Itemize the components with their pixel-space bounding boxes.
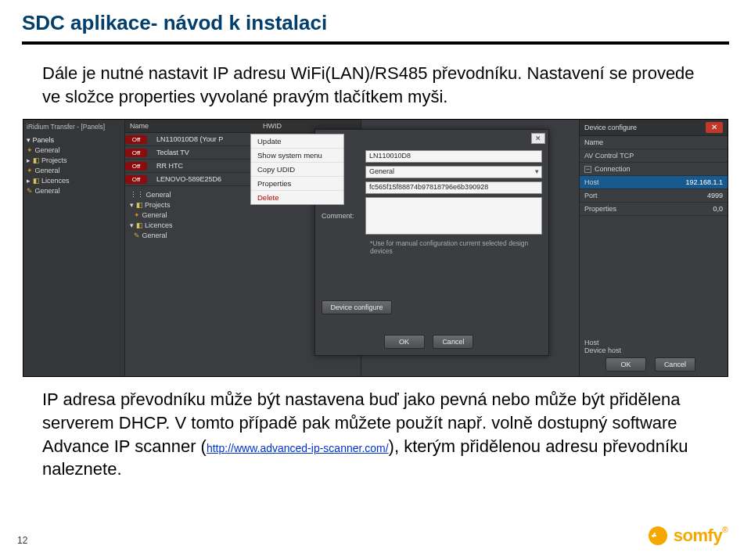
col-name: Name bbox=[125, 120, 258, 132]
connection-header: Connection bbox=[595, 165, 631, 173]
hwid-input[interactable]: fc565f15f88874b97818796e6b390928 bbox=[365, 181, 542, 194]
off-badge[interactable]: Off bbox=[125, 149, 147, 157]
ctx-copy-udid[interactable]: Copy UDID bbox=[251, 163, 343, 177]
brand-sun-icon bbox=[649, 526, 667, 545]
tree-item[interactable]: Licences bbox=[41, 177, 70, 185]
device-configure-panel: Device configure ✕ Name AV Control TCP −… bbox=[579, 120, 728, 376]
device-configure-note: *Use for manual configuration current se… bbox=[370, 239, 542, 255]
iridium-tree: ▾ Panels ✦ General ▸ ◧ Projects ✦ Genera… bbox=[27, 135, 121, 196]
title-divider bbox=[22, 41, 729, 45]
brand-text: somfy® bbox=[674, 526, 728, 546]
device-configure-title: Device configure bbox=[584, 124, 637, 131]
port-row[interactable]: Port 4999 bbox=[580, 189, 728, 203]
ok-button[interactable]: OK bbox=[605, 357, 646, 372]
host-key: Host bbox=[584, 178, 599, 186]
screenshot-mock: iRidium Transfer - [Panels] ▾ Panels ✦ G… bbox=[23, 119, 728, 377]
tree2-item[interactable]: General bbox=[142, 211, 167, 219]
properties-value[interactable]: 0,0 bbox=[713, 205, 723, 213]
collapse-icon[interactable]: − bbox=[584, 166, 591, 173]
ctx-delete[interactable]: Delete bbox=[251, 191, 343, 204]
iridium-transfer-panel: iRidium Transfer - [Panels] ▾ Panels ✦ G… bbox=[23, 120, 125, 376]
tree-panels[interactable]: Panels bbox=[33, 136, 55, 144]
name-header: Name bbox=[584, 138, 603, 146]
properties-key: Properties bbox=[584, 205, 616, 213]
paragraph-1: Dále je nutné nastavit IP adresu WiFi(LA… bbox=[42, 62, 713, 108]
secondary-tree: ⋮⋮ General ▾ ◧ Projects ✦ General ▾ ◧ Li… bbox=[130, 190, 173, 241]
page-title: SDC aplikace- návod k instalaci bbox=[22, 11, 729, 35]
iridium-title: iRidium Transfer - [Panels] bbox=[27, 123, 121, 131]
page-number: 12 bbox=[17, 535, 27, 546]
off-badge[interactable]: Off bbox=[125, 162, 147, 171]
off-badge[interactable]: Off bbox=[125, 175, 147, 184]
host-row[interactable]: Host 192.168.1.1 bbox=[580, 176, 728, 189]
group-value: General bbox=[369, 167, 394, 175]
properties-dialog: ✕ Name: LN110010D8 Group: General ▾ HWID… bbox=[314, 129, 549, 356]
ctx-show-system-menu[interactable]: Show system menu bbox=[251, 149, 343, 163]
group-select[interactable]: General ▾ bbox=[365, 166, 542, 178]
port-value[interactable]: 4999 bbox=[707, 192, 723, 199]
paragraph-2: IP adresa převodníku může být nastavena … bbox=[42, 388, 713, 481]
tree-item[interactable]: General bbox=[35, 146, 60, 154]
comment-input[interactable] bbox=[365, 197, 542, 235]
tree2-item[interactable]: General bbox=[142, 232, 167, 239]
tree2-item[interactable]: Projects bbox=[145, 201, 171, 209]
port-key: Port bbox=[584, 192, 598, 199]
tree2-root[interactable]: General bbox=[146, 191, 171, 199]
context-menu: Update Show system menu Copy UDID Proper… bbox=[250, 134, 344, 205]
device-host-label: Device host bbox=[584, 346, 723, 354]
host-label: Host bbox=[584, 339, 723, 346]
tree-item[interactable]: General bbox=[35, 167, 60, 174]
device-configure-button[interactable]: Device configure bbox=[322, 300, 392, 314]
scanner-link[interactable]: http://www.advanced-ip-scanner.com/ bbox=[207, 442, 389, 454]
chevron-down-icon: ▾ bbox=[535, 167, 539, 175]
ok-button[interactable]: OK bbox=[384, 335, 425, 349]
brand-logo: somfy® bbox=[649, 526, 728, 546]
properties-row[interactable]: Properties 0,0 bbox=[580, 203, 728, 216]
cancel-button[interactable]: Cancel bbox=[433, 335, 473, 349]
ctx-properties[interactable]: Properties bbox=[251, 177, 343, 191]
close-icon[interactable]: ✕ bbox=[706, 122, 723, 133]
tree-item[interactable]: Projects bbox=[41, 156, 67, 164]
off-badge[interactable]: Off bbox=[125, 135, 147, 144]
comment-label: Comment: bbox=[322, 212, 365, 220]
ctx-update[interactable]: Update bbox=[251, 135, 343, 149]
host-value[interactable]: 192.168.1.1 bbox=[685, 178, 723, 186]
tree2-item[interactable]: Licences bbox=[145, 221, 173, 229]
name-input[interactable]: LN110010D8 bbox=[365, 150, 542, 163]
device-name-value[interactable]: AV Control TCP bbox=[584, 152, 634, 160]
cancel-button[interactable]: Cancel bbox=[655, 357, 695, 372]
close-icon[interactable]: ✕ bbox=[531, 133, 545, 144]
tree-item[interactable]: General bbox=[35, 187, 60, 195]
